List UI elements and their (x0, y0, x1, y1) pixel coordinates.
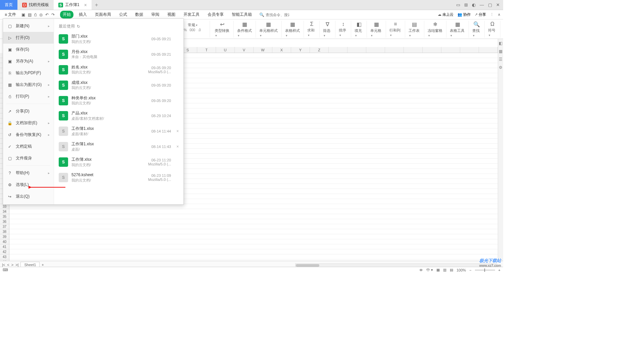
ribbon-tab-7[interactable]: 开发工具 (181, 11, 202, 18)
file-menu-saveas[interactable]: ▣另存为(A)▸ (3, 55, 54, 67)
layout-icon[interactable]: ▭ (456, 2, 460, 7)
tab-add[interactable]: + (92, 0, 101, 10)
zoom-out-icon[interactable]: − (469, 268, 471, 272)
saveas-icon[interactable]: ▤ (28, 12, 32, 17)
recent-file[interactable]: S工作簿1.xlsx桌面/素材/08-14 11:44× (54, 123, 183, 139)
ribbon-group[interactable]: ↕排序 (335, 21, 351, 38)
close-icon[interactable]: × (84, 2, 87, 8)
close-window-icon[interactable]: ✕ (496, 2, 500, 7)
sheet-next-icon[interactable]: > (11, 263, 13, 267)
hamburger-icon: ≡ (5, 12, 7, 17)
remove-recent-icon[interactable]: × (176, 129, 179, 134)
file-menu-finalize[interactable]: ✓文档定稿 (3, 141, 54, 152)
ribbon-group[interactable]: ≡行和列 (386, 21, 405, 38)
ribbon-tab-9[interactable]: 智能工具箱 (229, 11, 255, 18)
zoom-value[interactable]: 100% (457, 268, 466, 272)
lang-icon[interactable]: 中 ▾ (426, 267, 433, 272)
add-sheet-icon[interactable]: + (42, 263, 44, 267)
file-menu-button[interactable]: ≡文件 (3, 11, 18, 18)
panel-icon[interactable]: ☰ (499, 57, 502, 62)
recent-file[interactable]: S成绩.xlsx我的云文档/09-05 09:20× (54, 78, 183, 93)
ribbon-group[interactable]: ▦条件格式 (234, 21, 256, 38)
redo-icon[interactable]: ↷ (51, 12, 55, 17)
tab-home[interactable]: 首页 (0, 0, 17, 10)
panel-icon[interactable]: ◧ (499, 41, 502, 46)
file-menu-slim[interactable]: ▢文件瘦身 (3, 152, 54, 164)
recent-file[interactable]: S姓名.xlsx我的云文档/09-05 09:20Mozilla/5.0 (..… (54, 62, 183, 78)
ribbon-group[interactable]: ▤工作表 (405, 21, 424, 38)
tab-workbook[interactable]: S工作簿1× (54, 0, 92, 10)
ribbon-group[interactable]: ▦单元格样式 (256, 21, 282, 38)
file-menu-share[interactable]: ↗分享(D) (3, 105, 54, 117)
file-menu-backup[interactable]: ↺备份与恢复(K)▸ (3, 129, 54, 141)
save-icon[interactable]: ▣ (21, 12, 25, 17)
ribbon-tabs: 开始插入页面布局公式数据审阅视图开发工具会员专享智能工具箱 (60, 11, 255, 18)
skin-icon[interactable]: ◐ (472, 2, 476, 7)
ribbon-tab-5[interactable]: 审阅 (149, 11, 162, 18)
ribbon-tab-6[interactable]: 视图 (165, 11, 178, 18)
ribbon-group[interactable]: ▦表格样式 (282, 21, 304, 38)
view-page-icon[interactable]: ▥ (443, 268, 446, 272)
ribbon-group[interactable]: 🔍查找 (469, 21, 485, 38)
recent-file[interactable]: S工作簿1.xlsx桌面/08-14 11:43× (54, 139, 183, 154)
sheet-prev-icon[interactable]: < (7, 263, 9, 267)
file-menu-img[interactable]: ▦输出为图片(G)▸ (3, 79, 54, 91)
recent-file[interactable]: S月份.xlsx来自：其他电脑09-05 09:21× (54, 47, 183, 62)
search-input[interactable] (266, 13, 289, 17)
ribbon-tab-3[interactable]: 公式 (116, 11, 130, 18)
ribbon-group[interactable]: ❄冻结窗格 (424, 21, 447, 38)
file-menu-options[interactable]: ⚙选项(L) (3, 179, 54, 191)
view-normal-icon[interactable]: ▦ (436, 268, 440, 272)
ribbon-tab-0[interactable]: 开始 (60, 11, 73, 18)
file-menu-exit[interactable]: ↪退出(Q) (3, 191, 54, 202)
refresh-icon[interactable]: ↻ (77, 24, 80, 29)
print-icon[interactable]: ⎙ (34, 12, 37, 17)
command-search[interactable]: 🔍 (259, 12, 289, 17)
file-menu-encrypt[interactable]: 🔒文档加密(E)▸ (3, 117, 54, 129)
ribbon-tab-2[interactable]: 页面布局 (92, 11, 114, 18)
panel-icon[interactable]: ⚙ (499, 65, 502, 70)
docer-icon: D (22, 3, 27, 7)
ribbon-tab-4[interactable]: 数据 (132, 11, 146, 18)
more-icon[interactable]: ⋮ (490, 12, 494, 17)
ribbon-group[interactable]: Σ求和 (304, 21, 320, 38)
view-break-icon[interactable]: ▤ (450, 268, 453, 272)
status-icon[interactable]: ⌨ (3, 268, 8, 272)
ribbon-group[interactable]: Ω符号 (485, 21, 500, 38)
file-menu-open[interactable]: ▷打开(O) (3, 32, 54, 44)
file-menu-pdf[interactable]: ⎘输出为PDF(F) (3, 67, 54, 79)
file-menu-help[interactable]: ?帮助(H)▸ (3, 167, 54, 179)
ribbon-group[interactable]: ▦表格工具 (446, 21, 469, 38)
grid-icon[interactable]: ⊞ (464, 2, 468, 7)
recent-file[interactable]: S产品.xlsx桌面/素材/文档素材/08-29 10:24× (54, 108, 183, 123)
number-format-dd[interactable]: 常规 (188, 22, 198, 28)
recent-file[interactable]: S部门.xlsx我的云文档/09-05 09:21× (54, 31, 183, 47)
file-menu-save[interactable]: ▣保存(S) (3, 44, 54, 55)
ribbon-group[interactable]: ◧填充 (351, 21, 367, 38)
sheet-last-icon[interactable]: >| (15, 263, 18, 267)
share-button[interactable]: ↗ 分享 (475, 12, 486, 17)
ribbon-group[interactable]: ↩类型转换 (211, 21, 234, 38)
recent-file[interactable]: S工作簿.xlsx我的云文档/06-23 11:20Mozilla/5.0 (.… (54, 154, 183, 170)
recent-file[interactable]: S5276.ksheet我的云文档/06-23 11:09Mozilla/5.0… (54, 170, 183, 185)
eye-icon[interactable]: 👁 (419, 268, 423, 272)
zoom-in-icon[interactable]: + (498, 268, 500, 272)
minimize-icon[interactable]: — (480, 2, 484, 7)
recent-file[interactable]: S种类单价.xlsx我的云文档/09-05 09:20× (54, 93, 183, 108)
ribbon-tab-8[interactable]: 会员专享 (205, 11, 226, 18)
sheet-first-icon[interactable]: |< (2, 263, 5, 267)
file-menu-new[interactable]: ▢新建(N)▸ (3, 20, 54, 32)
collab-button[interactable]: 👥 协作 (458, 12, 471, 17)
maximize-icon[interactable]: ▢ (488, 2, 492, 7)
tab-templates[interactable]: D找稻壳模板 (17, 0, 54, 10)
preview-icon[interactable]: ◎ (39, 12, 43, 17)
ribbon-group[interactable]: ▦单元格 (367, 21, 386, 38)
remove-recent-icon[interactable]: × (176, 144, 179, 149)
collapse-icon[interactable]: ∧ (498, 12, 500, 17)
panel-icon[interactable]: ▦ (499, 49, 502, 54)
ribbon-tab-1[interactable]: 插入 (76, 11, 90, 18)
file-menu-print[interactable]: ⎙打印(P)▸ (3, 91, 54, 102)
ribbon-group[interactable]: ∇筛选 (320, 21, 335, 38)
cloud-status[interactable]: ☁ 未上云 (438, 12, 453, 17)
undo-icon[interactable]: ↶ (45, 12, 49, 17)
